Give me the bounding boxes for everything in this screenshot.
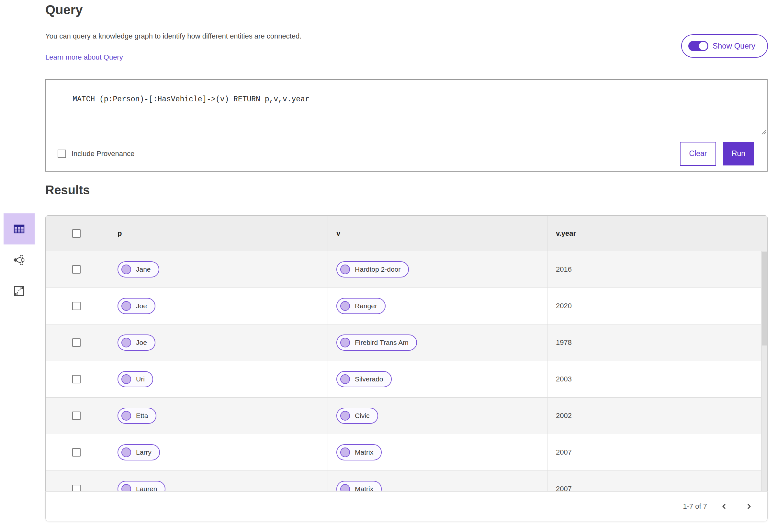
- entity-pill-v[interactable]: Civic: [336, 408, 378, 424]
- resize-grip-icon[interactable]: [761, 129, 766, 135]
- map-icon: [13, 285, 25, 297]
- row-checkbox-cell: [46, 471, 109, 491]
- row-p-pill-label: Joe: [136, 302, 147, 310]
- table-scrollbar[interactable]: [761, 251, 767, 491]
- row-p-pill-label: Lauren: [136, 485, 157, 491]
- next-page-button[interactable]: [741, 499, 756, 514]
- row-v-pill-label: Firebird Trans Am: [355, 339, 409, 346]
- row-checkbox[interactable]: [72, 265, 81, 274]
- run-button[interactable]: Run: [723, 142, 754, 166]
- row-p-pill-label: Jane: [136, 265, 151, 273]
- row-checkbox-cell: [46, 398, 109, 434]
- row-year-cell: 1978: [547, 324, 767, 361]
- query-panel: MATCH (p:Person)-[:HasVehicle]->(v) RETU…: [45, 79, 768, 172]
- entity-pill-p[interactable]: Larry: [118, 444, 160, 460]
- row-v-cell: Hardtop 2-door: [328, 251, 547, 288]
- table-row: Jane Hardtop 2-door 2016: [46, 251, 767, 288]
- row-p-cell: Joe: [109, 324, 328, 361]
- query-actions-bar: Include Provenance Clear Run: [46, 136, 767, 171]
- row-year: 2003: [556, 375, 572, 384]
- row-v-cell: Ranger: [328, 288, 547, 324]
- row-v-cell: Silverado: [328, 361, 547, 397]
- row-checkbox[interactable]: [72, 448, 81, 456]
- entity-pill-p[interactable]: Lauren: [118, 481, 165, 491]
- row-year: 1978: [556, 338, 572, 347]
- node-circle-icon: [121, 374, 131, 384]
- entity-pill-p[interactable]: Uri: [118, 371, 153, 387]
- row-p-pill-label: Larry: [136, 448, 151, 456]
- entity-pill-v[interactable]: Silverado: [336, 371, 392, 387]
- row-year: 2007: [556, 485, 572, 491]
- node-circle-icon: [340, 411, 350, 421]
- row-v-pill-label: Silverado: [355, 375, 383, 383]
- sidebar-item-graph-view[interactable]: [4, 244, 35, 276]
- row-v-cell: Matrix: [328, 471, 547, 491]
- node-circle-icon: [340, 301, 350, 311]
- row-p-cell: Uri: [109, 361, 328, 397]
- row-year: 2007: [556, 448, 572, 456]
- row-v-pill-label: Civic: [355, 412, 370, 420]
- query-text: MATCH (p:Person)-[:HasVehicle]->(v) RETU…: [73, 95, 310, 104]
- row-checkbox-cell: [46, 251, 109, 288]
- entity-pill-v[interactable]: Ranger: [336, 298, 385, 314]
- include-provenance-label: Include Provenance: [72, 149, 134, 158]
- row-year: 2016: [556, 265, 572, 274]
- clear-button[interactable]: Clear: [680, 142, 716, 166]
- page-title: Query: [45, 3, 83, 17]
- node-circle-icon: [121, 264, 131, 274]
- row-v-cell: Civic: [328, 398, 547, 434]
- node-circle-icon: [121, 447, 131, 457]
- row-v-cell: Firebird Trans Am: [328, 324, 547, 361]
- node-circle-icon: [121, 301, 131, 311]
- results-title: Results: [45, 183, 90, 197]
- select-all-checkbox[interactable]: [72, 229, 81, 238]
- learn-more-link[interactable]: Learn more about Query: [45, 53, 123, 62]
- row-checkbox-cell: [46, 434, 109, 470]
- node-circle-icon: [121, 411, 131, 421]
- table-row: Etta Civic 2002: [46, 398, 767, 434]
- entity-pill-p[interactable]: Joe: [118, 334, 155, 351]
- toggle-switch-icon[interactable]: [688, 41, 708, 51]
- row-checkbox[interactable]: [72, 338, 81, 347]
- row-year-cell: 2016: [547, 251, 767, 288]
- row-v-pill-label: Hardtop 2-door: [355, 265, 401, 273]
- page-description: You can query a knowledge graph to ident…: [45, 32, 302, 40]
- column-header-p: p: [109, 216, 328, 251]
- row-year-cell: 2002: [547, 398, 767, 434]
- entity-pill-v[interactable]: Firebird Trans Am: [336, 334, 417, 351]
- node-circle-icon: [340, 338, 350, 347]
- query-textarea[interactable]: MATCH (p:Person)-[:HasVehicle]->(v) RETU…: [46, 80, 767, 136]
- show-query-toggle[interactable]: Show Query: [681, 34, 768, 58]
- row-checkbox[interactable]: [72, 485, 81, 491]
- column-header-v: v: [328, 216, 547, 251]
- row-p-cell: Joe: [109, 288, 328, 324]
- row-year-cell: 2007: [547, 471, 767, 491]
- row-p-cell: Larry: [109, 434, 328, 470]
- row-checkbox[interactable]: [72, 302, 81, 310]
- header-checkbox-cell: [46, 216, 109, 251]
- row-p-cell: Lauren: [109, 471, 328, 491]
- table-body: Jane Hardtop 2-door 2016 Joe Ranger: [46, 251, 767, 491]
- entity-pill-v[interactable]: Matrix: [336, 444, 382, 460]
- row-checkbox[interactable]: [72, 375, 81, 384]
- scrollbar-thumb[interactable]: [762, 251, 767, 345]
- table-row: Lauren Matrix 2007: [46, 471, 767, 491]
- chevron-right-icon: [745, 503, 753, 510]
- include-provenance-checkbox[interactable]: [58, 149, 66, 158]
- entity-pill-p[interactable]: Joe: [118, 298, 155, 314]
- row-checkbox-cell: [46, 361, 109, 397]
- row-year-cell: 2007: [547, 434, 767, 470]
- table-pagination-bar: 1-7 of 7: [45, 491, 768, 521]
- row-p-cell: Jane: [109, 251, 328, 288]
- entity-pill-v[interactable]: Matrix: [336, 481, 382, 491]
- sidebar-item-map-view[interactable]: [4, 276, 35, 307]
- entity-pill-p[interactable]: Jane: [118, 261, 159, 278]
- sidebar-item-table-view[interactable]: [4, 213, 35, 244]
- row-checkbox[interactable]: [72, 412, 81, 420]
- entity-pill-v[interactable]: Hardtop 2-door: [336, 261, 409, 278]
- row-v-pill-label: Ranger: [355, 302, 377, 310]
- row-year-cell: 2003: [547, 361, 767, 397]
- previous-page-button[interactable]: [717, 499, 732, 514]
- node-circle-icon: [340, 447, 350, 457]
- entity-pill-p[interactable]: Etta: [118, 408, 156, 424]
